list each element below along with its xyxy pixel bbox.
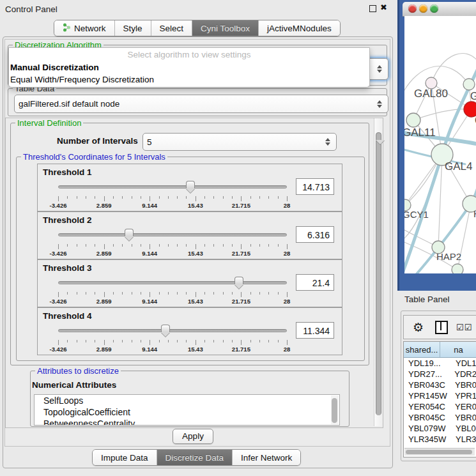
minimize-light[interactable] (419, 4, 427, 13)
slider-tick-labels: -3.4262.8599.14415.4321.71528 (54, 298, 288, 305)
cell-shared-name[interactable]: YBR043C (404, 380, 452, 390)
dropdown-option[interactable]: Manual Discretization (9, 61, 369, 73)
slider-tick-labels: -3.4262.8599.14415.4321.71528 (54, 250, 288, 257)
slider-thumb[interactable] (161, 325, 170, 332)
list-scrollbar-thumb[interactable] (332, 398, 337, 423)
dropdown-option[interactable]: Equal Width/Frequency Discretization (9, 73, 369, 86)
cell-name[interactable]: YPR1 (452, 390, 476, 401)
network-window-titlebar[interactable] (403, 2, 476, 17)
cell-name[interactable]: YBL0 (453, 423, 476, 434)
threshold-value-field[interactable]: 14.713 (296, 178, 334, 195)
slider-track[interactable] (58, 233, 287, 236)
tab-infer-network[interactable]: Infer Network (233, 450, 300, 465)
tab-discretize-data[interactable]: Discretize Data (157, 450, 233, 465)
threshold-slider[interactable]: -3.4262.8599.14415.4321.71528 (54, 181, 288, 209)
threshold-label: Threshold 2 (43, 215, 92, 225)
table-panel-toolbar: ⚙ ☑☑ (403, 315, 476, 339)
numerical-attributes-list[interactable]: SelfLoopsTopologicalCoefficientBetweenne… (34, 394, 340, 426)
column-header-shared[interactable]: shared... (404, 342, 440, 357)
cell-shared-name[interactable]: YDR27... (404, 369, 452, 380)
table-row[interactable]: YIL052CYIL0 (404, 445, 476, 447)
apply-button[interactable]: Apply (173, 429, 213, 444)
node-label: H (473, 208, 476, 219)
list-scrollbar[interactable] (331, 395, 339, 424)
network-canvas[interactable]: GAL80GCGAL11GAL4GCY1HHAP2 (404, 16, 476, 273)
attribute-list-item[interactable]: TopologicalCoefficient (35, 406, 339, 418)
cell-shared-name[interactable]: YLR345W (404, 434, 453, 445)
zoom-light[interactable] (430, 4, 438, 13)
checkboxes-icon[interactable]: ☑☑ (456, 323, 472, 332)
cell-shared-name[interactable]: YPR145W (404, 390, 452, 401)
cell-shared-name[interactable]: YER054C (404, 401, 452, 412)
column-header-name[interactable]: na (440, 342, 476, 357)
tab-select[interactable]: Select (151, 20, 193, 36)
attribute-list-item[interactable]: SelfLoops (35, 395, 339, 406)
tab-network[interactable]: Network (54, 20, 115, 36)
table-row[interactable]: YLR345WYLR3 (404, 434, 476, 445)
cell-shared-name[interactable]: YBR045C (404, 412, 452, 423)
network-node[interactable] (406, 113, 420, 127)
cell-shared-name[interactable]: YBL079W (404, 423, 453, 434)
threshold-value-field[interactable]: 6.316 (296, 226, 334, 243)
cell-name[interactable]: YBR0 (452, 412, 476, 423)
cell-name[interactable]: YIL0 (453, 445, 473, 447)
thresholds-group-title: Threshold's Coordinates for 5 Intervals (21, 152, 167, 162)
tab-label: Discretize Data (165, 453, 224, 463)
threshold-slider[interactable]: -3.4262.8599.14415.4321.71528 (54, 325, 288, 353)
columns-icon[interactable] (435, 321, 448, 334)
table-data-combobox[interactable]: galFiltered.sif default node (14, 95, 388, 113)
table-row[interactable]: YBL079WYBL0 (404, 423, 476, 434)
vertical-scrollbar-thumb[interactable] (376, 132, 381, 415)
table-row[interactable]: YBR043CYBR0 (404, 380, 476, 390)
slider-tick-labels: -3.4262.8599.14415.4321.71528 (54, 346, 288, 353)
table-row[interactable]: YPR145WYPR1 (404, 390, 476, 401)
close-light[interactable] (408, 4, 417, 13)
slider-thumb[interactable] (186, 181, 195, 188)
num-intervals-value: 5 (147, 137, 152, 147)
threshold-label: Threshold 1 (43, 167, 92, 177)
threshold-label: Threshold 3 (43, 263, 92, 273)
threshold-label: Threshold 4 (43, 311, 92, 321)
float-window-icon[interactable] (369, 5, 376, 12)
threshold-value-field[interactable]: 11.344 (296, 322, 334, 339)
num-intervals-combobox[interactable]: 5 (142, 133, 337, 151)
slider-thumb[interactable] (234, 277, 243, 284)
cell-name[interactable]: YDR2 (452, 369, 476, 380)
table-panel-title: Table Panel (404, 295, 450, 304)
horizontal-scrollbar-thumb[interactable] (406, 450, 472, 454)
table-row[interactable]: YDR27...YDR2 (404, 369, 476, 380)
tab-jactivemnodules[interactable]: jActiveMNodules (259, 20, 340, 36)
cell-name[interactable]: YBR0 (452, 380, 476, 390)
tab-style[interactable]: Style (115, 20, 151, 36)
tab-label: Style (123, 24, 142, 33)
attribute-list-item[interactable]: BetweennessCentrality (35, 418, 339, 426)
table-row[interactable]: YDL19...YDL1 (404, 358, 476, 369)
threshold-value-field[interactable]: 21.4 (296, 274, 334, 291)
panel-title: Control Panel (5, 4, 58, 14)
cell-shared-name[interactable]: YIL052C (404, 445, 453, 447)
tab-impute-data[interactable]: Impute Data (93, 450, 157, 465)
threshold-slider[interactable]: -3.4262.8599.14415.4321.71528 (54, 277, 288, 305)
table-row[interactable]: YBR045CYBR0 (404, 412, 476, 423)
tab-label: jActiveMNodules (267, 24, 332, 33)
slider-track[interactable] (58, 281, 287, 284)
tab-cyni-toolbox[interactable]: Cyni Toolbox (192, 20, 259, 36)
cell-shared-name[interactable]: YDL19... (404, 358, 453, 369)
close-icon[interactable]: ✖ (380, 3, 387, 12)
slider-track[interactable] (58, 329, 287, 332)
cell-name[interactable]: YLR3 (453, 434, 476, 445)
threshold-slider[interactable]: -3.4262.8599.14415.4321.71528 (54, 229, 288, 257)
slider-tick-labels: -3.4262.8599.14415.4321.71528 (54, 202, 288, 210)
cell-name[interactable]: YER0 (452, 401, 476, 412)
network-node[interactable] (452, 264, 463, 273)
table-row[interactable]: YER054CYER0 (404, 401, 476, 412)
tab-label: Select (160, 24, 184, 33)
slider-track[interactable] (58, 185, 287, 188)
horizontal-scrollbar[interactable] (404, 448, 475, 456)
bottom-tab-bar: Impute DataDiscretize DataInfer Network (92, 449, 301, 466)
vertical-scrollbar[interactable] (374, 118, 383, 426)
gear-icon[interactable]: ⚙ (413, 320, 424, 335)
slider-thumb[interactable] (125, 229, 134, 236)
cell-name[interactable]: YDL1 (453, 358, 476, 369)
network-node[interactable] (463, 79, 475, 90)
